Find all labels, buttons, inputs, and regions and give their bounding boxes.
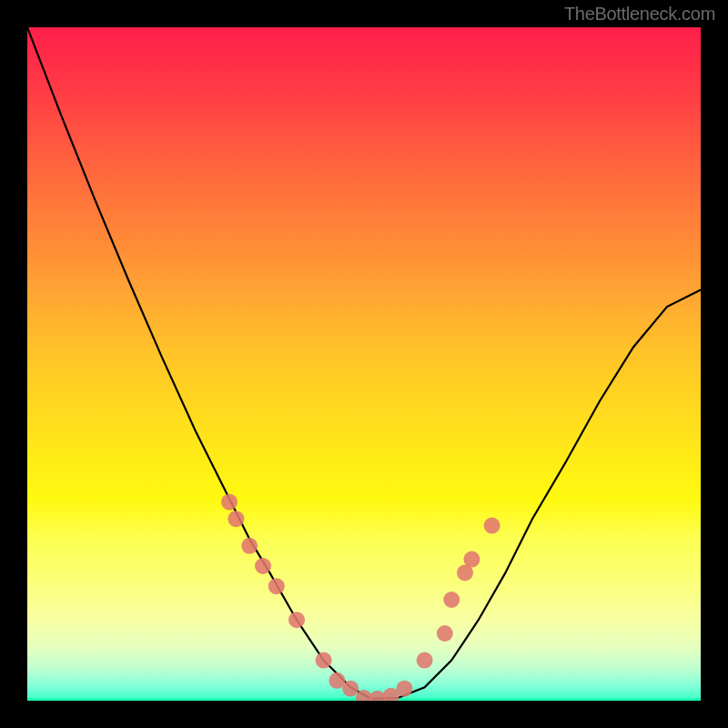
- highlight-dot: [342, 681, 359, 697]
- highlight-dot: [228, 511, 244, 527]
- highlight-dot: [268, 578, 285, 594]
- highlight-dot: [221, 494, 238, 511]
- watermark-text: TheBottleneck.com: [564, 4, 715, 25]
- chart-svg: [27, 27, 701, 701]
- highlight-dot: [463, 551, 480, 568]
- bottleneck-curve: [27, 27, 701, 699]
- chart-frame: TheBottleneck.com: [0, 0, 728, 728]
- highlight-dot: [484, 518, 500, 534]
- highlight-dot: [316, 652, 332, 669]
- plot-area: [27, 27, 701, 701]
- highlight-dots: [221, 494, 500, 701]
- highlight-dot: [443, 592, 460, 608]
- highlight-dot: [437, 625, 453, 642]
- highlight-dot: [241, 538, 258, 554]
- highlight-dot: [417, 652, 433, 669]
- highlight-dot: [396, 681, 412, 697]
- highlight-dot: [288, 612, 305, 628]
- highlight-dot: [255, 558, 271, 574]
